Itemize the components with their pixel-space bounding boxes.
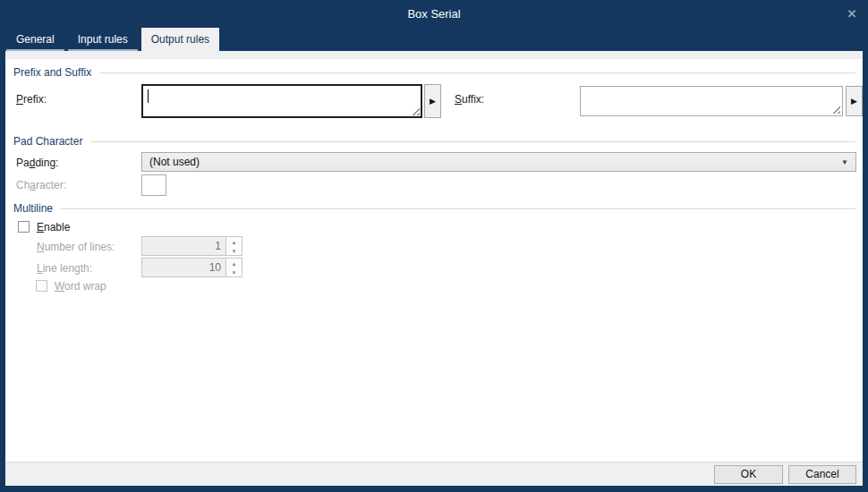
enable-label: Enable <box>37 221 70 233</box>
section-prefix-suffix: Prefix and Suffix <box>13 65 855 79</box>
right-arrow-icon: ▶ <box>430 97 436 106</box>
spin-down-icon: ▾ <box>226 267 242 276</box>
tab-strip: General Input rules Output rules <box>6 28 223 51</box>
dialog-title: Box Serial <box>0 0 868 27</box>
tab-band <box>5 51 863 59</box>
titlebar: Box Serial ✕ <box>0 0 868 27</box>
spin-down-icon: ▾ <box>226 246 242 255</box>
enable-checkbox[interactable] <box>18 221 30 233</box>
box-serial-dialog: Box Serial ✕ General Input rules Output … <box>0 0 868 492</box>
section-multiline: Multiline <box>13 201 855 215</box>
text-caret <box>148 89 149 103</box>
section-pad-character: Pad Character <box>13 134 855 148</box>
line-length-spinner: ▴ ▾ <box>141 258 243 277</box>
prefix-picker-button[interactable]: ▶ <box>424 84 441 118</box>
section-divider <box>61 208 855 209</box>
character-label: Character: <box>16 179 66 191</box>
spin-buttons: ▴ ▾ <box>226 258 243 277</box>
section-divider <box>99 72 855 73</box>
line-length-input <box>141 258 226 277</box>
number-of-lines-input <box>141 236 226 256</box>
output-rules-panel: Prefix and Suffix Prefix: ▶ Suffix: ▶ Pa… <box>5 59 863 462</box>
tab-input-rules[interactable]: Input rules <box>68 28 138 51</box>
tab-output-rules[interactable]: Output rules <box>141 28 219 51</box>
section-prefix-suffix-title: Prefix and Suffix <box>13 66 91 79</box>
prefix-label: Prefix: <box>16 93 47 106</box>
number-of-lines-spinner: ▴ ▾ <box>141 236 243 256</box>
dialog-footer: OK Cancel <box>5 462 863 486</box>
spin-up-icon: ▴ <box>226 259 242 267</box>
close-icon[interactable]: ✕ <box>843 5 861 21</box>
number-of-lines-label: Number of lines: <box>37 241 115 253</box>
prefix-field-wrap <box>141 84 422 118</box>
word-wrap-checkbox <box>36 280 47 292</box>
section-pad-character-title: Pad Character <box>13 135 82 148</box>
padding-label: Padding: <box>16 157 58 169</box>
ok-button[interactable]: OK <box>714 465 783 484</box>
suffix-field-wrap <box>580 86 843 116</box>
section-divider <box>90 141 855 142</box>
padding-dropdown-value: (Not used) <box>149 156 841 168</box>
character-input <box>141 174 166 196</box>
spin-buttons: ▴ ▾ <box>226 236 243 256</box>
chevron-down-icon: ▼ <box>841 158 848 166</box>
spin-up-icon: ▴ <box>226 237 242 246</box>
word-wrap-label: Word wrap <box>55 280 106 293</box>
suffix-picker-button[interactable]: ▶ <box>846 86 863 116</box>
suffix-label: Suffix: <box>455 93 484 106</box>
right-arrow-icon: ▶ <box>851 97 857 106</box>
suffix-input[interactable] <box>580 86 843 116</box>
prefix-input[interactable] <box>141 84 422 118</box>
section-multiline-title: Multiline <box>13 202 53 215</box>
tab-general[interactable]: General <box>6 28 64 51</box>
line-length-label: Line length: <box>37 262 92 275</box>
padding-dropdown[interactable]: (Not used) ▼ <box>141 152 856 172</box>
cancel-button[interactable]: Cancel <box>788 465 856 484</box>
